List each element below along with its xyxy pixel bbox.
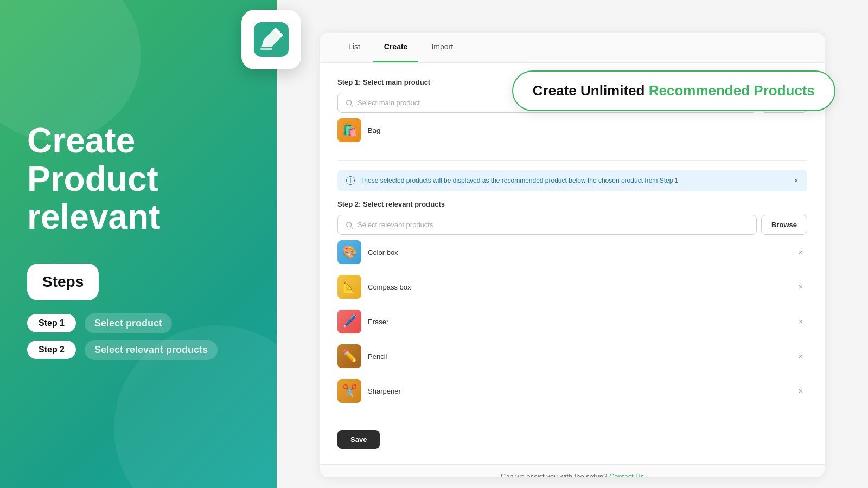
callout-bold: Create Unlimited: [533, 82, 645, 99]
compassbox-remove-button[interactable]: ×: [794, 280, 807, 293]
compassbox-thumbnail: 📐: [337, 275, 361, 299]
search-icon-2: [346, 221, 353, 229]
step-2-item: Step 2 Select relevant products: [27, 340, 250, 360]
colorbox-thumbnail: 🎨: [337, 240, 361, 264]
left-panel: Create Product relevant Steps Step 1 Sel…: [0, 0, 277, 488]
eraser-remove-button[interactable]: ×: [794, 315, 807, 328]
sharpener-name: Sharpener: [368, 387, 788, 395]
callout-bubble: Create Unlimited Recommended Products: [512, 70, 835, 111]
step2-label: Step 2: Select relevant products: [337, 200, 807, 208]
steps-box-label: Steps: [42, 273, 84, 290]
info-icon: i: [346, 176, 355, 185]
callout-text: Create Unlimited Recommended Products: [533, 82, 815, 99]
pencil-thumbnail: ✏️: [337, 344, 361, 368]
app-icon: [241, 10, 301, 69]
step2-browse-button[interactable]: Browse: [761, 215, 807, 235]
step1-placeholder: Select main product: [358, 99, 420, 107]
info-close-button[interactable]: ×: [794, 176, 799, 185]
footer-text: Can we assist you with the setup?: [501, 472, 608, 477]
bag-thumbnail: 🛍️: [337, 118, 361, 142]
step2-section: Step 2: Select relevant products Select …: [337, 200, 807, 408]
product-item-eraser: 🖊️ Eraser ×: [337, 304, 807, 339]
main-title: Create Product relevant: [27, 121, 250, 236]
eraser-thumbnail: 🖊️: [337, 310, 361, 333]
sharpener-remove-button[interactable]: ×: [794, 384, 807, 397]
product-item-colorbox: 🎨 Color box ×: [337, 235, 807, 269]
tab-list[interactable]: List: [337, 33, 371, 62]
search-icon: [346, 99, 353, 107]
step1-selected-product: 🛍️ Bag: [337, 113, 807, 147]
colorbox-name: Color box: [368, 248, 788, 256]
pencil-name: Pencil: [368, 352, 788, 361]
info-banner: i These selected products will be displa…: [337, 170, 807, 191]
product-item-pencil: ✏️ Pencil ×: [337, 339, 807, 374]
app-icon-wrapper: [241, 10, 301, 69]
save-button[interactable]: Save: [337, 430, 380, 449]
divider: [337, 160, 807, 161]
colorbox-remove-button[interactable]: ×: [794, 246, 807, 259]
info-banner-text: These selected products will be displaye…: [360, 177, 789, 184]
step2-search-row: Select relevant products Browse: [337, 215, 807, 235]
product-item-sharpener: ✂️ Sharpener ×: [337, 374, 807, 408]
pencil-remove-button[interactable]: ×: [794, 350, 807, 363]
svg-line-3: [351, 104, 353, 106]
card-body: Step 1: Select main product Select main …: [320, 63, 825, 464]
step2-placeholder: Select relevant products: [358, 221, 433, 229]
svg-rect-1: [260, 48, 272, 50]
card-footer: Can we assist you with the setup? Contac…: [320, 464, 825, 477]
sharpener-thumbnail: ✂️: [337, 379, 361, 403]
step-1-badge: Step 1: [27, 314, 76, 332]
step-1-desc: Select product: [85, 313, 172, 333]
tab-import[interactable]: Import: [420, 33, 464, 62]
svg-line-7: [351, 226, 353, 228]
footer-contact-link[interactable]: Contact Us: [609, 472, 644, 477]
callout-green: Recommended Products: [649, 82, 815, 99]
svg-text:i: i: [350, 178, 352, 184]
compassbox-name: Compass box: [368, 283, 788, 291]
step2-product-list: 🎨 Color box × 📐 Compass box ×: [337, 235, 807, 408]
step2-search-field[interactable]: Select relevant products: [337, 215, 757, 235]
eraser-name: Eraser: [368, 318, 788, 326]
product-item-compassbox: 📐 Compass box ×: [337, 269, 807, 304]
edit-icon: [254, 22, 289, 57]
step-2-badge: Step 2: [27, 341, 76, 359]
step-2-desc: Select relevant products: [85, 340, 218, 360]
step-1-item: Step 1 Select product: [27, 313, 250, 333]
card-header: List Create Import: [320, 33, 825, 63]
steps-box: Steps: [27, 264, 99, 300]
right-panel: Create Unlimited Recommended Products Li…: [277, 0, 868, 488]
step1-product-name: Bag: [368, 126, 807, 134]
tab-create[interactable]: Create: [373, 33, 419, 62]
